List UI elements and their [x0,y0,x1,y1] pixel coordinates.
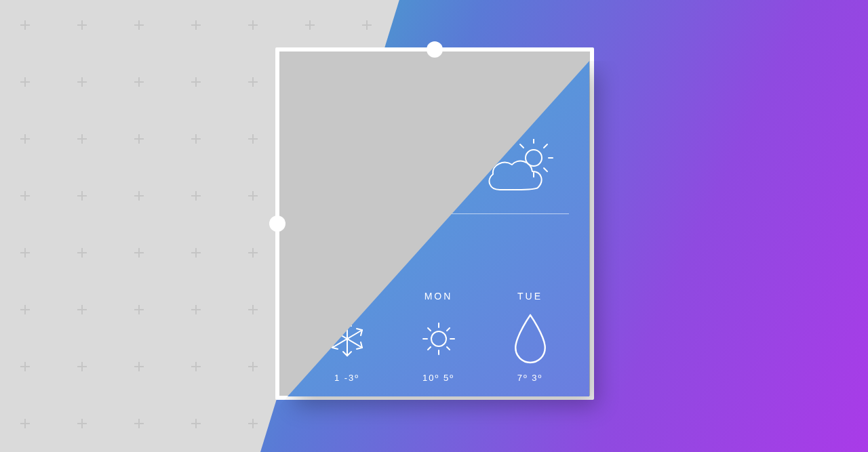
svg-line-6 [520,144,524,148]
forecast-day-1: MON 10º 5º [395,291,483,383]
svg-line-28 [447,347,450,350]
svg-line-18 [357,329,362,330]
svg-point-22 [431,331,446,346]
raindrop-icon [511,315,550,363]
day-label: TUE [517,291,542,303]
svg-line-20 [332,348,338,349]
svg-line-29 [428,347,431,350]
temps: 7º 3º [517,373,543,383]
temps: 10º 5º [422,373,454,383]
svg-line-4 [544,144,547,148]
day-label: MON [425,291,453,303]
svg-line-30 [447,328,450,331]
svg-line-15 [357,348,362,349]
svg-line-27 [428,328,431,331]
forecast-day-2: TUE 7º 3º [486,291,574,383]
svg-line-5 [544,168,547,171]
resize-handle-top[interactable] [427,41,443,58]
temps: 1 -3º [334,373,359,383]
sun-icon [419,315,458,363]
resize-handle-left[interactable] [269,215,285,232]
